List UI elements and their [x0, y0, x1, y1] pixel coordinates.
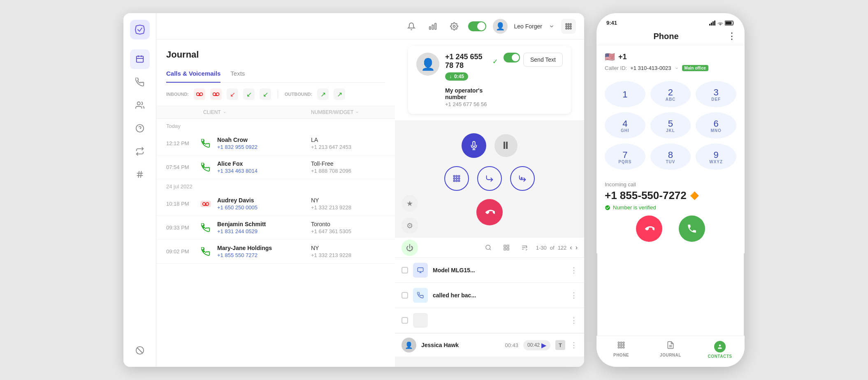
contact-checkbox[interactable]: [402, 267, 408, 273]
voicemail-filter-1[interactable]: [194, 88, 205, 100]
contact-item[interactable]: ⋮: [395, 308, 584, 333]
analytics-icon[interactable]: [425, 19, 440, 34]
call-status-badge: ↓ 0:45: [445, 72, 468, 81]
dial-key-4[interactable]: 4 GHI: [605, 112, 645, 139]
sidebar-item-contacts[interactable]: [130, 95, 150, 115]
sidebar-item-calls[interactable]: [130, 49, 150, 69]
add-call-button[interactable]: [510, 166, 535, 191]
chevron-down-small-icon: [675, 66, 679, 70]
sort-contacts-icon[interactable]: [518, 241, 531, 254]
power-action-button[interactable]: ⏻: [402, 240, 418, 256]
call-row[interactable]: 09:02 PM Mary-Jane Holdings +1 855 550 7…: [156, 240, 395, 264]
gear-action-button[interactable]: ⚙: [402, 218, 418, 234]
chevron-down-icon: [549, 23, 555, 29]
contact-list-header: 1-30 of 122 ‹ ›: [395, 238, 584, 258]
contact-more-button[interactable]: ⋮: [570, 266, 578, 275]
col-number-header[interactable]: NUMBER/WIDGET: [311, 109, 385, 115]
call-row[interactable]: 09:33 PM Benjamin Schmitt +1 831 244 052…: [156, 216, 395, 240]
outbound-filter-1[interactable]: ↗: [317, 88, 329, 100]
sidebar-item-phone[interactable]: [130, 72, 150, 92]
svg-rect-21: [570, 28, 571, 29]
svg-rect-14: [568, 23, 569, 25]
phone-nav-contacts[interactable]: CONTACTS: [695, 339, 745, 360]
mute-button[interactable]: [462, 133, 486, 158]
star-action-button[interactable]: ★: [402, 195, 418, 212]
phone-nav-journal[interactable]: JOURNAL: [646, 339, 695, 360]
filter-contacts-icon[interactable]: [500, 241, 513, 254]
call-contact-info: Mary-Jane Holdings +1 855 550 7272: [217, 245, 311, 258]
call-widget: +1 647 361 5305: [311, 228, 385, 234]
settings-icon[interactable]: [447, 19, 462, 34]
sidebar-item-help[interactable]: [130, 341, 150, 360]
contact-item[interactable]: called her bac... ⋮: [395, 283, 584, 308]
send-text-button[interactable]: Send Text: [523, 53, 563, 67]
transfer-button[interactable]: [477, 166, 502, 191]
dial-key-2[interactable]: 2 ABC: [650, 81, 691, 107]
svg-point-23: [200, 93, 203, 96]
dial-key-9[interactable]: 9 WXYZ: [696, 144, 736, 170]
jessica-more-button[interactable]: ⋮: [570, 341, 578, 350]
phone-nav-journal-icon: [666, 341, 675, 351]
end-call-button[interactable]: [476, 199, 503, 225]
username-label: Leo Forger: [514, 23, 542, 30]
dial-key-1[interactable]: 1: [605, 81, 645, 107]
outbound-filter-2[interactable]: ↗: [334, 88, 345, 100]
status-toggle[interactable]: [468, 21, 486, 31]
dialpad-toggle[interactable]: [561, 19, 576, 34]
contact-more-button[interactable]: ⋮: [570, 316, 578, 325]
contact-checkbox[interactable]: [402, 317, 408, 324]
contact-item[interactable]: Model MLG15... ⋮: [395, 258, 584, 283]
country-row: 🇺🇸 +1: [605, 52, 736, 62]
middle-controls-row: [444, 166, 535, 191]
other-filter[interactable]: ↙: [260, 88, 271, 100]
svg-rect-16: [566, 25, 567, 27]
call-number-widget: Toronto +1 647 361 5305: [311, 221, 385, 234]
svg-rect-18: [570, 25, 571, 27]
phone-nav-phone-label: PHONE: [613, 353, 629, 357]
sidebar-item-transfer[interactable]: [130, 141, 150, 161]
next-page-button[interactable]: ›: [576, 244, 578, 251]
notification-bell[interactable]: [404, 19, 419, 34]
dialpad-button[interactable]: [444, 166, 469, 191]
phone-nav: PHONE JOURNAL CONTACTS: [596, 336, 745, 367]
dial-key-5[interactable]: 5 JKL: [650, 112, 691, 139]
svg-rect-17: [568, 25, 569, 27]
call-time: 07:54 PM: [166, 164, 199, 170]
flag-icon: 🇺🇸: [605, 52, 615, 62]
prev-page-button[interactable]: ‹: [570, 244, 572, 251]
incoming-filter[interactable]: ↙: [243, 88, 255, 100]
svg-rect-62: [623, 342, 624, 343]
toggle-switch[interactable]: [468, 21, 486, 31]
hold-button[interactable]: ⏸: [494, 134, 518, 157]
search-contacts-icon[interactable]: [482, 241, 495, 254]
contact-name-small: called her bac...: [433, 292, 565, 299]
dial-key-3[interactable]: 3 DEF: [696, 81, 736, 107]
call-row[interactable]: 07:54 PM Alice Fox +1 334 463 8014 Toll-…: [156, 155, 395, 179]
missed-filter[interactable]: ↙: [227, 88, 238, 100]
contact-checkbox[interactable]: [402, 292, 408, 299]
jessica-play-button[interactable]: ▶: [541, 341, 546, 349]
tab-calls-voicemails[interactable]: Calls & Voicemails: [166, 67, 220, 83]
dial-key-6[interactable]: 6 MNO: [696, 112, 736, 139]
voicemail-filter-2[interactable]: [210, 88, 222, 100]
sidebar-item-hash[interactable]: [130, 165, 150, 184]
decline-call-button[interactable]: [636, 215, 662, 242]
col-client-header[interactable]: CLIENT: [203, 109, 311, 115]
contact-phone: +1 832 955 0922: [217, 144, 311, 150]
contact-more-button[interactable]: ⋮: [570, 291, 578, 300]
sidebar-item-support[interactable]: [130, 118, 150, 138]
accept-call-button[interactable]: [679, 215, 705, 242]
call-row[interactable]: 12:12 PM Noah Crow +1 832 955 0922 LA +1…: [156, 132, 395, 155]
contact-phone: +1 831 244 0529: [217, 228, 311, 234]
contact-name: Noah Crow: [217, 137, 311, 143]
call-row[interactable]: 10:18 PM Audrey Davis +1 650 250 0005 NY: [156, 192, 395, 216]
dial-key-7[interactable]: 7 PQRS: [605, 144, 645, 170]
battery-icon: [725, 21, 735, 25]
tab-texts[interactable]: Texts: [230, 67, 245, 83]
toggle-active-icon[interactable]: [504, 53, 520, 63]
phone-more-button[interactable]: ⋮: [727, 31, 736, 42]
hubspot-icon: 🔶: [690, 191, 699, 200]
phone-nav-phone[interactable]: PHONE: [596, 339, 646, 360]
side-actions: ★ ⚙ ⏻: [402, 195, 418, 256]
dial-key-8[interactable]: 8 TUV: [650, 144, 691, 170]
